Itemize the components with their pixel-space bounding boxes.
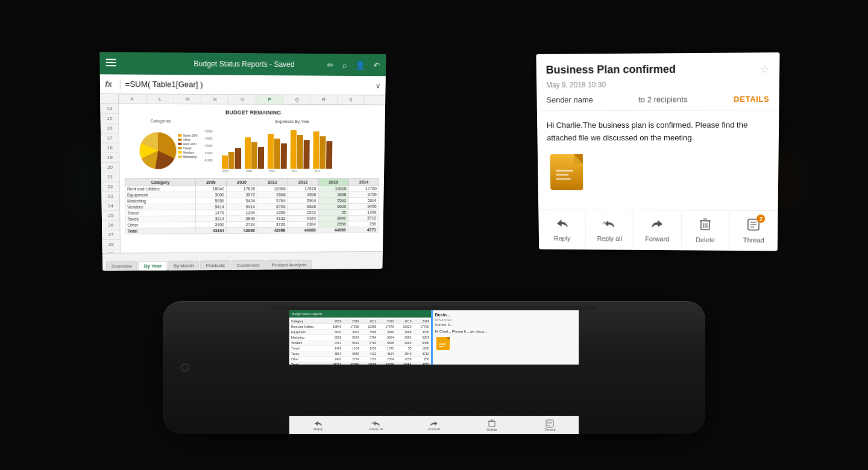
reply-button[interactable]: Reply bbox=[538, 210, 586, 249]
delete-label: Delete bbox=[696, 236, 715, 243]
phone-screen: Budget Status Reports Category 2009 2010… bbox=[289, 310, 579, 365]
svg-rect-62 bbox=[546, 420, 553, 427]
details-link[interactable]: DETAILS bbox=[734, 95, 769, 104]
svg-rect-2 bbox=[106, 65, 116, 66]
svg-text:43000: 43000 bbox=[205, 145, 213, 148]
thread-label: Thread bbox=[743, 236, 764, 243]
svg-rect-58 bbox=[439, 346, 444, 347]
svg-text:41000: 41000 bbox=[205, 159, 213, 162]
phone-thread-button[interactable]: Thread bbox=[521, 416, 579, 434]
phone-attachment bbox=[435, 336, 577, 353]
excel-card: Budget Status Reports - Saved ✏ ⌕ 👤 ↶ fx… bbox=[99, 52, 386, 271]
svg-rect-24 bbox=[245, 137, 251, 169]
svg-rect-22 bbox=[228, 152, 234, 169]
undo-icon[interactable]: ↶ bbox=[373, 60, 380, 69]
svg-rect-12 bbox=[178, 151, 181, 154]
delete-icon bbox=[699, 218, 711, 234]
phone-screen-right: Busin... November... Sender N... Hi Char… bbox=[433, 310, 579, 365]
svg-text:42000: 42000 bbox=[205, 152, 213, 155]
svg-rect-21 bbox=[222, 155, 228, 169]
reply-all-icon bbox=[602, 218, 617, 233]
bar-chart: 45000 44000 43000 42000 41000 bbox=[204, 125, 348, 174]
star-icon[interactable]: ☆ bbox=[760, 63, 770, 77]
email-body: Hi Charlie.The business plan is confirme… bbox=[537, 110, 779, 210]
phone-email-sender: Sender N... bbox=[435, 323, 577, 327]
phone-reply-button[interactable]: Reply bbox=[289, 416, 347, 434]
svg-rect-32 bbox=[303, 140, 309, 169]
pie-chart-title: Categories bbox=[124, 119, 198, 123]
email-recipients: to 2 recipients bbox=[638, 95, 687, 104]
phone-thread-label: Thread bbox=[544, 428, 555, 431]
svg-rect-8 bbox=[178, 143, 181, 145]
excel-title: Budget Status Reports - Saved bbox=[193, 60, 294, 69]
email-subject-row: Business Plan confirmed ☆ bbox=[546, 63, 770, 78]
svg-rect-10 bbox=[178, 147, 181, 149]
search-icon[interactable]: ⌕ bbox=[342, 60, 347, 69]
tab-products[interactable]: Products bbox=[201, 260, 230, 270]
phone-forward-button[interactable]: Foward bbox=[405, 416, 463, 434]
svg-text:Rent and Utilities: Rent and Utilities bbox=[183, 142, 197, 146]
email-subject: Business Plan confirmed bbox=[546, 63, 676, 77]
svg-text:Travel: Travel bbox=[183, 146, 191, 150]
row-header: 14 bbox=[100, 104, 118, 114]
phone-email-subject: Busin... bbox=[435, 313, 577, 317]
tab-by-year[interactable]: By Year bbox=[139, 261, 167, 271]
svg-rect-33 bbox=[313, 131, 319, 169]
tab-by-month[interactable]: By Month bbox=[168, 261, 200, 271]
formula-content[interactable]: =SUM( Table1[Gear] ) bbox=[125, 80, 371, 90]
file-attachment-icon bbox=[547, 153, 593, 192]
thread-badge: 2 bbox=[756, 215, 765, 223]
pencil-icon[interactable]: ✏ bbox=[327, 60, 334, 69]
svg-rect-4 bbox=[178, 134, 181, 137]
email-header: Business Plan confirmed ☆ May 9, 2018 10… bbox=[536, 52, 779, 111]
phone-email-date: November... bbox=[435, 318, 577, 322]
delete-button[interactable]: Delete bbox=[682, 210, 730, 250]
email-text: Hi Charlie.The business plan is confirme… bbox=[547, 119, 769, 144]
budget-area: BUDGET REMAINING Categories bbox=[119, 104, 385, 239]
row-headers: 14 15 16 17 18 19 20 21 22 23 24 25 26 2… bbox=[100, 94, 121, 253]
tab-product-analysis[interactable]: Product Analysis bbox=[266, 260, 312, 269]
phone-delete-button[interactable]: Delete bbox=[463, 416, 521, 434]
svg-rect-25 bbox=[251, 142, 257, 169]
reply-all-button[interactable]: Reply all bbox=[586, 210, 634, 249]
phone-reply-all-button[interactable]: Reply all bbox=[347, 416, 405, 434]
svg-rect-31 bbox=[297, 135, 303, 169]
svg-rect-28 bbox=[274, 139, 280, 169]
budget-data-table: Category 2009 2010 2011 2012 2013 2014 R… bbox=[125, 178, 380, 234]
bar-chart-container: Expenses By Year 45000 44000 43000 42000… bbox=[204, 119, 380, 174]
svg-rect-29 bbox=[281, 143, 287, 169]
svg-rect-44 bbox=[556, 174, 569, 175]
svg-rect-26 bbox=[258, 147, 264, 169]
tab-customers[interactable]: Customers bbox=[231, 260, 265, 270]
svg-rect-34 bbox=[319, 136, 326, 169]
phone-screen-left: Budget Status Reports Category 2009 2010… bbox=[289, 310, 431, 365]
phone-forward-label: Foward bbox=[428, 427, 440, 431]
svg-rect-23 bbox=[235, 148, 241, 169]
forward-label: Forward bbox=[645, 235, 669, 242]
svg-rect-14 bbox=[178, 155, 181, 158]
svg-text:Other: Other bbox=[183, 138, 190, 142]
hamburger-icon[interactable] bbox=[106, 58, 116, 69]
excel-header-icons: ✏ ⌕ 👤 ↶ bbox=[327, 60, 380, 70]
person-icon[interactable]: 👤 bbox=[356, 60, 365, 69]
phone-reply-all-label: Reply all bbox=[369, 427, 383, 431]
excel-header: Budget Status Reports - Saved ✏ ⌕ 👤 ↶ bbox=[99, 52, 386, 76]
svg-text:2010: 2010 bbox=[269, 170, 275, 173]
reply-icon bbox=[555, 218, 568, 233]
svg-text:2009: 2009 bbox=[246, 170, 252, 173]
forward-button[interactable]: Forward bbox=[634, 210, 682, 250]
thread-button[interactable]: 2 Thread bbox=[729, 210, 778, 251]
svg-text:Vendors: Vendors bbox=[183, 151, 195, 154]
fx-label: fx bbox=[105, 80, 112, 89]
svg-rect-59 bbox=[489, 421, 495, 427]
svg-text:2012: 2012 bbox=[314, 170, 320, 173]
sheet-tabs: Overview By Year By Month Products Custo… bbox=[102, 251, 383, 271]
phone-reply-label: Reply bbox=[313, 427, 322, 431]
svg-text:2008: 2008 bbox=[222, 170, 228, 173]
svg-rect-1 bbox=[106, 62, 116, 63]
thread-icon: 2 bbox=[747, 218, 760, 234]
tab-overview[interactable]: Overview bbox=[106, 261, 137, 271]
device-body: Budget Status Reports Category 2009 2010… bbox=[163, 301, 705, 434]
col-headers: K L M N O P Q R S bbox=[119, 94, 385, 105]
email-card: Business Plan confirmed ☆ May 9, 2018 10… bbox=[536, 52, 779, 251]
